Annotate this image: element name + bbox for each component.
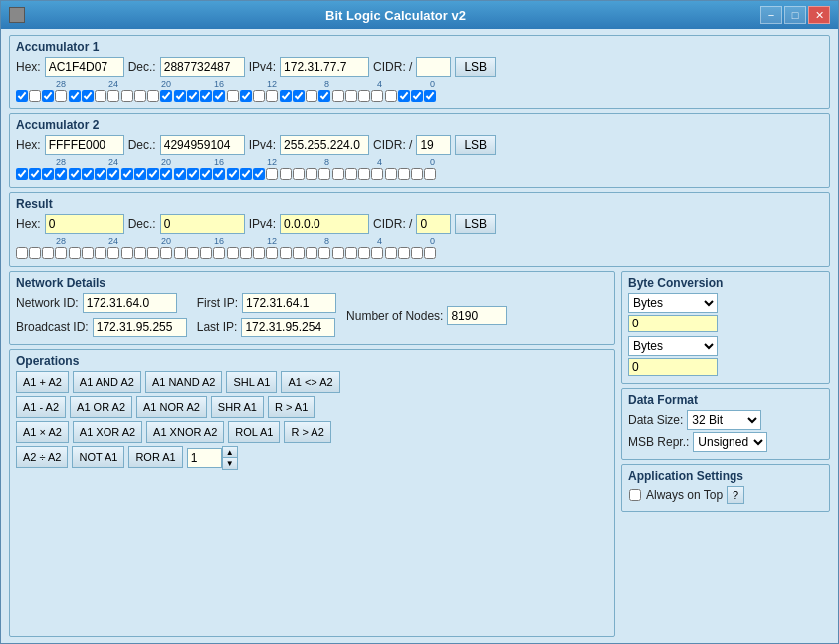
- bit-checkbox[interactable]: [318, 247, 330, 259]
- bit-checkbox[interactable]: [69, 90, 81, 102]
- bit-checkbox[interactable]: [280, 90, 292, 102]
- last-ip-input[interactable]: [241, 318, 335, 337]
- spin-down-button[interactable]: ▼: [223, 458, 237, 469]
- bit-checkbox[interactable]: [121, 90, 133, 102]
- bit-checkbox[interactable]: [187, 90, 199, 102]
- operation-button[interactable]: A1 NAND A2: [145, 371, 223, 393]
- acc2-hex-input[interactable]: [45, 135, 124, 155]
- bit-checkbox[interactable]: [121, 168, 133, 180]
- result-hex-input[interactable]: [45, 214, 124, 234]
- bit-checkbox[interactable]: [160, 247, 172, 259]
- operation-button[interactable]: R > A1: [268, 396, 315, 418]
- bit-checkbox[interactable]: [240, 247, 252, 259]
- bit-checkbox[interactable]: [332, 90, 344, 102]
- bit-checkbox[interactable]: [385, 168, 397, 180]
- bit-checkbox[interactable]: [200, 90, 212, 102]
- bit-checkbox[interactable]: [55, 168, 67, 180]
- bit-checkbox[interactable]: [371, 90, 383, 102]
- bit-checkbox[interactable]: [424, 168, 436, 180]
- operation-button[interactable]: A1 × A2: [16, 421, 69, 443]
- bit-checkbox[interactable]: [385, 247, 397, 259]
- bit-checkbox[interactable]: [95, 247, 106, 259]
- byte-conv-input2[interactable]: [628, 358, 718, 376]
- bit-checkbox[interactable]: [160, 168, 172, 180]
- acc1-dec-input[interactable]: [160, 57, 245, 77]
- spin-input[interactable]: [187, 448, 222, 468]
- bit-checkbox[interactable]: [345, 247, 357, 259]
- close-button[interactable]: ✕: [808, 6, 830, 24]
- bit-checkbox[interactable]: [29, 168, 41, 180]
- bit-checkbox[interactable]: [16, 90, 28, 102]
- bit-checkbox[interactable]: [358, 90, 370, 102]
- operation-button[interactable]: SHR A1: [211, 396, 264, 418]
- bit-checkbox[interactable]: [69, 247, 81, 259]
- bit-checkbox[interactable]: [213, 90, 225, 102]
- bit-checkbox[interactable]: [213, 247, 225, 259]
- operation-button[interactable]: ROL A1: [228, 421, 280, 443]
- bit-checkbox[interactable]: [280, 247, 292, 259]
- bit-checkbox[interactable]: [213, 168, 225, 180]
- data-size-select[interactable]: 32 Bit16 Bit8 Bit: [687, 410, 761, 430]
- bit-checkbox[interactable]: [29, 247, 41, 259]
- bit-checkbox[interactable]: [371, 247, 383, 259]
- bit-checkbox[interactable]: [424, 247, 436, 259]
- result-lsb-button[interactable]: LSB: [455, 214, 496, 234]
- bit-checkbox[interactable]: [29, 90, 41, 102]
- help-button[interactable]: ?: [727, 486, 744, 504]
- bit-checkbox[interactable]: [345, 168, 357, 180]
- operation-button[interactable]: SHL A1: [226, 371, 277, 393]
- maximize-button[interactable]: □: [784, 6, 806, 24]
- operation-button[interactable]: ROR A1: [128, 446, 182, 468]
- bit-checkbox[interactable]: [306, 168, 317, 180]
- bit-checkbox[interactable]: [385, 90, 397, 102]
- bit-checkbox[interactable]: [134, 247, 146, 259]
- bit-checkbox[interactable]: [82, 90, 94, 102]
- bit-checkbox[interactable]: [174, 168, 186, 180]
- spin-up-button[interactable]: ▲: [223, 447, 237, 458]
- bit-checkbox[interactable]: [332, 247, 344, 259]
- bit-checkbox[interactable]: [371, 168, 383, 180]
- bit-checkbox[interactable]: [16, 247, 28, 259]
- bit-checkbox[interactable]: [42, 168, 54, 180]
- operation-button[interactable]: A1 OR A2: [70, 396, 132, 418]
- bit-checkbox[interactable]: [306, 247, 317, 259]
- bit-checkbox[interactable]: [318, 168, 330, 180]
- operation-button[interactable]: A1 NOR A2: [136, 396, 207, 418]
- operation-button[interactable]: A1 <> A2: [281, 371, 339, 393]
- bit-checkbox[interactable]: [398, 90, 410, 102]
- bit-checkbox[interactable]: [411, 168, 423, 180]
- bit-checkbox[interactable]: [107, 247, 119, 259]
- bit-checkbox[interactable]: [121, 247, 133, 259]
- bit-checkbox[interactable]: [253, 168, 265, 180]
- operation-button[interactable]: A1 XNOR A2: [146, 421, 224, 443]
- bit-checkbox[interactable]: [424, 90, 436, 102]
- bit-checkbox[interactable]: [266, 247, 278, 259]
- acc2-lsb-button[interactable]: LSB: [455, 135, 496, 155]
- operation-button[interactable]: R > A2: [284, 421, 330, 443]
- bit-checkbox[interactable]: [174, 90, 186, 102]
- acc1-ipv4-input[interactable]: [280, 57, 369, 77]
- operation-button[interactable]: A1 - A2: [16, 396, 66, 418]
- bit-checkbox[interactable]: [16, 168, 28, 180]
- first-ip-input[interactable]: [242, 293, 336, 313]
- bit-checkbox[interactable]: [293, 90, 305, 102]
- bit-checkbox[interactable]: [293, 247, 305, 259]
- bit-checkbox[interactable]: [280, 168, 292, 180]
- bit-checkbox[interactable]: [411, 90, 423, 102]
- bit-checkbox[interactable]: [187, 168, 199, 180]
- acc1-cidr-input[interactable]: [416, 57, 451, 77]
- bit-checkbox[interactable]: [200, 247, 212, 259]
- bit-checkbox[interactable]: [227, 90, 239, 102]
- bit-checkbox[interactable]: [147, 168, 159, 180]
- bit-checkbox[interactable]: [293, 168, 305, 180]
- bit-checkbox[interactable]: [253, 247, 265, 259]
- bit-checkbox[interactable]: [227, 247, 239, 259]
- acc2-ipv4-input[interactable]: [280, 135, 369, 155]
- bit-checkbox[interactable]: [82, 168, 94, 180]
- msb-repr-select[interactable]: UnsignedSignedTwo's Comp: [693, 432, 767, 452]
- operation-button[interactable]: A1 + A2: [16, 371, 69, 393]
- byte-conv-select1[interactable]: BytesKBMBGB: [628, 293, 718, 313]
- bit-checkbox[interactable]: [240, 90, 252, 102]
- operation-button[interactable]: A1 AND A2: [73, 371, 141, 393]
- bit-checkbox[interactable]: [358, 168, 370, 180]
